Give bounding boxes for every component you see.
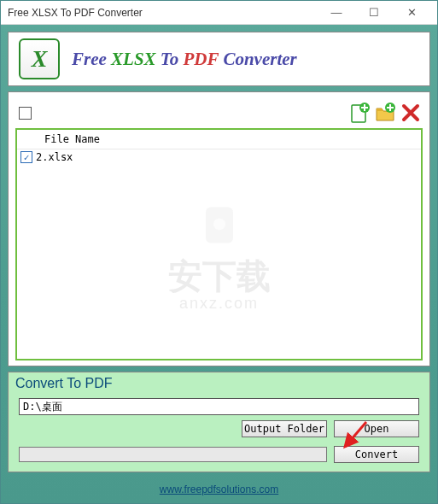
file-panel: File Name ✓ 2.xlsx 安下载 anxz.com bbox=[8, 91, 430, 366]
progress-bar bbox=[19, 447, 327, 462]
output-path-input[interactable] bbox=[19, 398, 419, 415]
app-title: Free XLSX To PDF Converter bbox=[72, 49, 297, 70]
list-header-filename: File Name bbox=[17, 130, 421, 149]
convert-label: Convert To PDF bbox=[15, 376, 419, 391]
row-checkbox[interactable]: ✓ bbox=[20, 151, 32, 163]
row-filename: 2.xlsx bbox=[36, 151, 73, 163]
remove-button[interactable] bbox=[399, 101, 423, 125]
header-panel: X Free XLSX To PDF Converter bbox=[8, 32, 430, 86]
convert-button[interactable]: Convert bbox=[334, 446, 419, 463]
logo-x-icon: X bbox=[32, 45, 48, 73]
footer-link: www.freepdfsolutions.com bbox=[8, 481, 430, 496]
open-button[interactable]: Open bbox=[334, 420, 419, 437]
minimize-button[interactable]: — bbox=[318, 1, 355, 25]
output-folder-button[interactable]: Output Folder bbox=[242, 420, 327, 437]
file-toolbar bbox=[15, 97, 423, 128]
app-logo: X bbox=[19, 38, 60, 79]
select-all-checkbox[interactable] bbox=[19, 107, 32, 120]
svg-rect-3 bbox=[206, 207, 233, 243]
file-list: File Name ✓ 2.xlsx 安下载 anxz.com bbox=[15, 128, 423, 360]
add-folder-button[interactable] bbox=[373, 101, 397, 125]
window-title: Free XLSX To PDF Converter bbox=[8, 7, 318, 19]
close-button[interactable]: ✕ bbox=[393, 1, 430, 25]
convert-panel: Convert To PDF Output Folder Open Conver… bbox=[8, 372, 430, 472]
maximize-button[interactable]: ☐ bbox=[355, 1, 393, 25]
titlebar: Free XLSX To PDF Converter — ☐ ✕ bbox=[1, 1, 437, 25]
list-item[interactable]: ✓ 2.xlsx bbox=[17, 149, 421, 165]
watermark: 安下载 anxz.com bbox=[168, 198, 271, 313]
add-file-button[interactable] bbox=[347, 101, 371, 125]
svg-point-4 bbox=[213, 218, 225, 230]
website-link[interactable]: www.freepdfsolutions.com bbox=[160, 483, 278, 495]
